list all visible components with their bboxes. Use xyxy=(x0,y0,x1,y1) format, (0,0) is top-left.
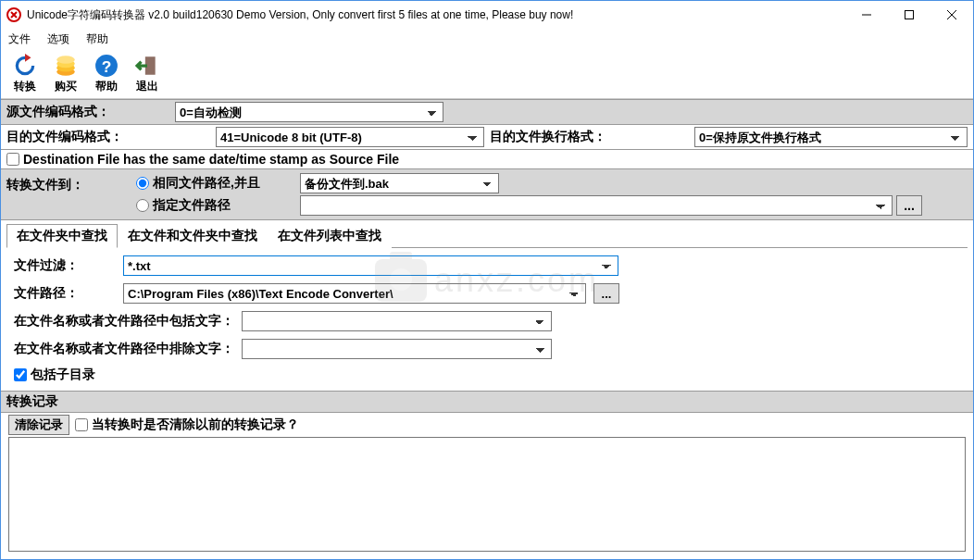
help-icon: ? xyxy=(94,53,119,79)
file-filter-select[interactable]: *.txt xyxy=(123,255,618,276)
coins-icon xyxy=(53,53,79,79)
menu-help[interactable]: 帮助 xyxy=(82,30,112,49)
svg-point-9 xyxy=(56,56,75,64)
records-list[interactable] xyxy=(8,437,966,552)
browse-path-button[interactable]: ... xyxy=(593,283,619,304)
dest-lineend-label: 目的文件换行格式： xyxy=(490,129,689,145)
convert-to-label: 转换文件到： xyxy=(6,173,136,193)
convert-button[interactable]: 转换 xyxy=(8,53,42,94)
records-toolbar: 清除记录 当转换时是否清除以前的转换记录？ xyxy=(1,413,973,437)
help-button[interactable]: ? 帮助 xyxy=(90,53,123,94)
maximize-button[interactable] xyxy=(888,1,930,29)
radio-same-path[interactable] xyxy=(136,177,149,190)
filter-label: 文件过滤： xyxy=(14,257,116,274)
svg-text:?: ? xyxy=(102,57,112,76)
same-date-row: Destination File has the same date/time … xyxy=(1,150,973,168)
radio-specify-path[interactable] xyxy=(136,199,149,212)
include-text-select[interactable] xyxy=(242,311,552,331)
include-text-label: 在文件名称或者文件路径中包括文字： xyxy=(14,313,234,330)
dest-encoding-label: 目的文件编码格式： xyxy=(6,129,210,145)
include-subdir-checkbox[interactable]: 包括子目录 xyxy=(14,367,960,383)
convert-to-section: 转换文件到： 相同文件路径,并且 备份文件到.bak 指定文件路径 ... xyxy=(1,168,973,220)
exit-button[interactable]: 退出 xyxy=(131,53,164,94)
exclude-text-label: 在文件名称或者文件路径中排除文字： xyxy=(14,341,234,357)
filter-panel: 文件过滤： *.txt 文件路径： C:\Program Files (x86)… xyxy=(1,248,973,391)
clear-records-button[interactable]: 清除记录 xyxy=(8,415,69,435)
dest-encoding-row: 目的文件编码格式： 41=Unicode 8 bit (UTF-8) 目的文件换… xyxy=(1,125,973,150)
specify-path-select[interactable] xyxy=(300,195,893,216)
file-path-select[interactable]: C:\Program Files (x86)\Text Encode Conve… xyxy=(123,283,586,304)
source-encoding-label: 源文件编码格式： xyxy=(6,104,175,120)
source-encoding-row: 源文件编码格式： 0=自动检测 xyxy=(1,99,973,125)
minimize-button[interactable] xyxy=(845,1,888,29)
toolbar: 转换 购买 ? 帮助 退出 xyxy=(1,49,973,99)
clear-on-convert-checkbox[interactable]: 当转换时是否清除以前的转换记录？ xyxy=(75,417,299,433)
svg-marker-5 xyxy=(25,54,31,62)
svg-rect-2 xyxy=(905,11,914,19)
buy-button[interactable]: 购买 xyxy=(49,53,82,94)
tab-folder[interactable]: 在文件夹中查找 xyxy=(6,224,118,248)
same-date-checkbox[interactable]: Destination File has the same date/time … xyxy=(6,152,399,167)
exit-icon xyxy=(134,53,160,79)
backup-select[interactable]: 备份文件到.bak xyxy=(300,173,499,193)
dest-encoding-select[interactable]: 41=Unicode 8 bit (UTF-8) xyxy=(216,127,484,147)
path-label: 文件路径： xyxy=(14,285,116,302)
dest-lineend-select[interactable]: 0=保持原文件换行格式 xyxy=(694,127,968,147)
records-header: 转换记录 xyxy=(1,391,973,413)
refresh-icon xyxy=(12,53,38,79)
close-button[interactable] xyxy=(930,1,973,29)
tab-files-folders[interactable]: 在文件和文件夹中查找 xyxy=(118,224,268,248)
window-title: Unicode字符编码转换器 v2.0 build120630 Demo Ver… xyxy=(27,7,845,23)
tab-bar: 在文件夹中查找 在文件和文件夹中查找 在文件列表中查找 xyxy=(6,223,968,248)
tab-file-list[interactable]: 在文件列表中查找 xyxy=(268,224,392,248)
titlebar: Unicode字符编码转换器 v2.0 build120630 Demo Ver… xyxy=(1,1,973,29)
source-encoding-select[interactable]: 0=自动检测 xyxy=(175,102,443,122)
menu-file[interactable]: 文件 xyxy=(5,30,34,49)
menubar: 文件 选项 帮助 xyxy=(1,29,973,49)
browse-dest-button[interactable]: ... xyxy=(896,195,922,216)
exclude-text-select[interactable] xyxy=(242,339,552,359)
app-icon xyxy=(6,7,21,22)
menu-options[interactable]: 选项 xyxy=(44,30,73,49)
